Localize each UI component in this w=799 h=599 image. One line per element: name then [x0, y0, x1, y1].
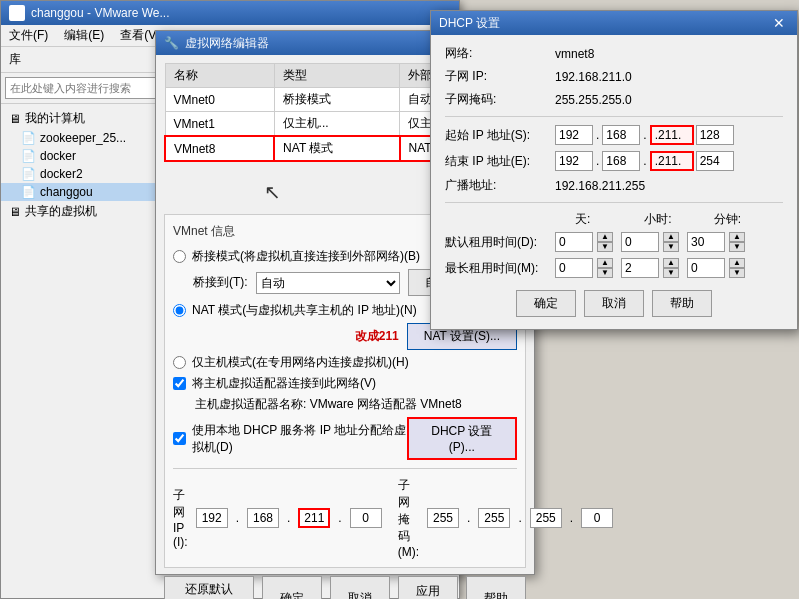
dhcp-close-btn[interactable]: ✕	[769, 15, 789, 31]
default-lease-inputs: ▲ ▼ ▲ ▼ ▲ ▼	[555, 232, 745, 252]
menu-file[interactable]: 文件(F)	[5, 27, 52, 44]
max-lease-day-spinner[interactable]: ▲ ▼	[597, 258, 613, 278]
dhcp-network-value: vmnet8	[555, 47, 594, 61]
vne-buttons: 还原默认设置(R) 确定 取消 应用(A) 帮助	[164, 576, 526, 599]
start-ip-1[interactable]	[555, 125, 593, 145]
mouse-cursor: ↖	[264, 180, 281, 204]
vmware-title: changgou - VMware We...	[31, 6, 170, 20]
dhcp-end-ip-label: 结束 IP 地址(E):	[445, 153, 555, 170]
max-lease-hour[interactable]	[621, 258, 659, 278]
dhcp-title: DHCP 设置	[439, 15, 500, 32]
col-type: 类型	[274, 64, 399, 88]
subnet-mask-4[interactable]	[581, 508, 613, 528]
vne-cancel-btn[interactable]: 取消	[330, 576, 390, 599]
dhcp-titlebar: DHCP 设置 ✕	[431, 11, 797, 35]
dhcp-content: 网络: vmnet8 子网 IP: 192.168.211.0 子网掩码: 25…	[431, 35, 797, 327]
subnet-ip-1[interactable]	[196, 508, 228, 528]
dhcp-broadcast-row: 广播地址: 192.168.211.255	[445, 177, 783, 194]
dhcp-end-ip-inputs: . .	[555, 151, 734, 171]
dhcp-end-ip-row: 结束 IP 地址(E): . .	[445, 151, 783, 171]
checkbox-dhcp-label: 使用本地 DHCP 服务将 IP 地址分配给虚拟机(D)	[192, 422, 407, 456]
subnet-mask-1[interactable]	[427, 508, 459, 528]
start-ip-4[interactable]	[696, 125, 734, 145]
vne-apply-btn[interactable]: 应用(A)	[398, 576, 458, 599]
computer-icon: 🖥	[9, 112, 21, 126]
subnet-ip-2[interactable]	[247, 508, 279, 528]
vm-icon-4: 📄	[21, 185, 36, 199]
default-lease-hour-spinner[interactable]: ▲ ▼	[663, 232, 679, 252]
default-lease-minute[interactable]	[687, 232, 725, 252]
subnet-mask-3[interactable]	[530, 508, 562, 528]
dhcp-subnet-mask-label: 子网掩码:	[445, 91, 555, 108]
dhcp-subnet-mask-value: 255.255.255.0	[555, 93, 632, 107]
end-ip-1[interactable]	[555, 151, 593, 171]
dhcp-help-btn[interactable]: 帮助	[652, 290, 712, 317]
max-lease-hour-spinner[interactable]: ▲ ▼	[663, 258, 679, 278]
restore-defaults-btn[interactable]: 还原默认设置(R)	[164, 576, 254, 599]
subnet-row: 子网 IP (I): . . . 子网掩码(M): . . .	[173, 468, 517, 559]
radio-nat[interactable]	[173, 304, 186, 317]
max-lease-day[interactable]	[555, 258, 593, 278]
shared-icon: 🖥	[9, 205, 21, 219]
dhcp-subnet-ip-value: 192.168.211.0	[555, 70, 632, 84]
dhcp-broadcast-label: 广播地址:	[445, 177, 555, 194]
default-lease-day-spinner[interactable]: ▲ ▼	[597, 232, 613, 252]
host-only-row[interactable]: 仅主机模式(在专用网络内连接虚拟机)(H)	[173, 354, 517, 371]
dhcp-network-row: 网络: vmnet8	[445, 45, 783, 62]
end-ip-2[interactable]	[602, 151, 640, 171]
menu-edit[interactable]: 编辑(E)	[60, 27, 108, 44]
dhcp-main-row: 使用本地 DHCP 服务将 IP 地址分配给虚拟机(D) DHCP 设置(P).…	[173, 417, 517, 460]
dhcp-ok-btn[interactable]: 确定	[516, 290, 576, 317]
checkbox-adapter[interactable]	[173, 377, 186, 390]
adapter-name: 主机虚拟适配器名称: VMware 网络适配器 VMnet8	[195, 396, 517, 413]
default-lease-hour[interactable]	[621, 232, 659, 252]
spinner-up-2[interactable]: ▲	[663, 232, 679, 242]
spinner-up-5[interactable]: ▲	[663, 258, 679, 268]
end-ip-3[interactable]	[650, 151, 694, 171]
default-lease-minute-spinner[interactable]: ▲ ▼	[729, 232, 745, 252]
col-name: 名称	[165, 64, 274, 88]
max-lease-minute-spinner[interactable]: ▲ ▼	[729, 258, 745, 278]
vne-icon: 🔧	[164, 36, 179, 50]
radio-bridge[interactable]	[173, 250, 186, 263]
bridge-to-select[interactable]: 自动	[256, 272, 401, 294]
subnet-ip-4[interactable]	[350, 508, 382, 528]
max-lease-minute[interactable]	[687, 258, 725, 278]
vne-help-btn[interactable]: 帮助	[466, 576, 526, 599]
dhcp-settings-btn[interactable]: DHCP 设置(P)...	[407, 417, 517, 460]
dhcp-buttons: 确定 取消 帮助	[445, 290, 783, 317]
dhcp-network-label: 网络:	[445, 45, 555, 62]
spinner-down[interactable]: ▼	[597, 242, 613, 252]
max-lease-inputs: ▲ ▼ ▲ ▼ ▲ ▼	[555, 258, 745, 278]
vne-ok-btn[interactable]: 确定	[262, 576, 322, 599]
spinner-down-6[interactable]: ▼	[729, 268, 745, 278]
lease-headers: 天: 小时: 分钟:	[575, 211, 783, 228]
spinner-down-4[interactable]: ▼	[597, 268, 613, 278]
dhcp-subnet-ip-row: 子网 IP: 192.168.211.0	[445, 68, 783, 85]
radio-host-only[interactable]	[173, 356, 186, 369]
end-ip-4[interactable]	[696, 151, 734, 171]
spinner-down-3[interactable]: ▼	[729, 242, 745, 252]
start-ip-2[interactable]	[602, 125, 640, 145]
dhcp-broadcast-value: 192.168.211.255	[555, 179, 645, 193]
default-lease-day[interactable]	[555, 232, 593, 252]
spinner-up-6[interactable]: ▲	[729, 258, 745, 268]
vmware-titlebar: changgou - VMware We...	[1, 1, 459, 25]
nat-change-hint: 改成211	[355, 328, 399, 345]
spinner-down-5[interactable]: ▼	[663, 268, 679, 278]
host-only-label: 仅主机模式(在专用网络内连接虚拟机)(H)	[192, 354, 409, 371]
spinner-up[interactable]: ▲	[597, 232, 613, 242]
vne-title: 虚拟网络编辑器	[185, 35, 269, 52]
spinner-down-2[interactable]: ▼	[663, 242, 679, 252]
start-ip-3[interactable]	[650, 125, 694, 145]
vmware-icon	[9, 5, 25, 21]
checkbox-dhcp[interactable]	[173, 432, 186, 445]
vm-icon-3: 📄	[21, 167, 36, 181]
spinner-up-3[interactable]: ▲	[729, 232, 745, 242]
bridge-label: 桥接模式(将虚拟机直接连接到外部网络)(B)	[192, 248, 420, 265]
spinner-up-4[interactable]: ▲	[597, 258, 613, 268]
subnet-mask-2[interactable]	[478, 508, 510, 528]
dhcp-window: DHCP 设置 ✕ 网络: vmnet8 子网 IP: 192.168.211.…	[430, 10, 798, 330]
subnet-ip-3[interactable]	[298, 508, 330, 528]
dhcp-cancel-btn[interactable]: 取消	[584, 290, 644, 317]
